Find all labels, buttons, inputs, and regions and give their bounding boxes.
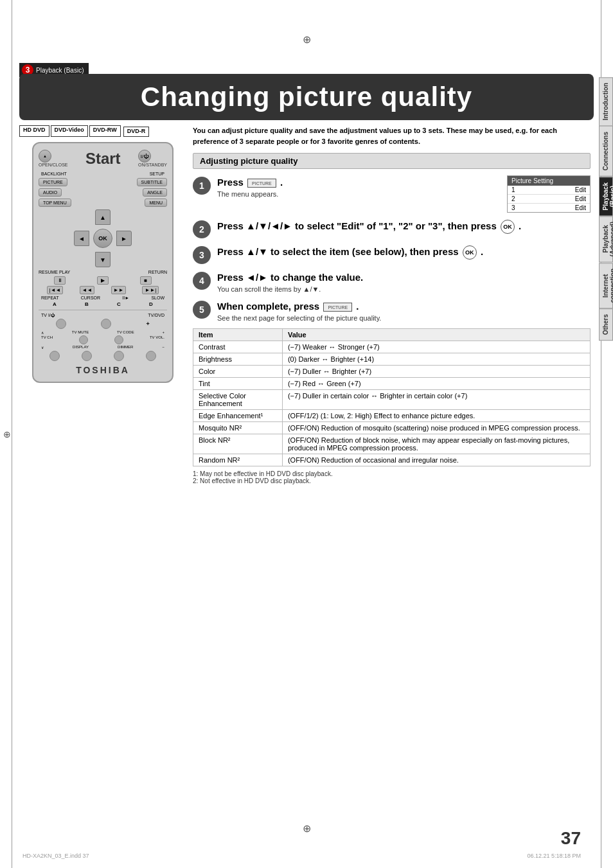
dpad-up[interactable]: ▲ [95,209,111,225]
side-tab-playback-advanced[interactable]: Playback(Advanced) [599,216,613,262]
bottom-date-info: 06.12.21 5:18:18 PM [527,853,581,859]
tv-ch-down-btn[interactable] [49,351,60,361]
side-tab-introduction[interactable]: Introduction [599,77,613,126]
tv-dvd-btn[interactable] [101,319,111,329]
step-4: 4 Press ◄/► to change the value. You can… [193,270,591,293]
left-cross-decoration: ⊕ [3,429,11,439]
side-tab-internet[interactable]: Internetconnection [599,263,613,308]
display-btn[interactable] [82,351,92,361]
subtitle-btn[interactable]: SUBTITLE [137,178,167,186]
remote-control: ▲ OPEN/CLOSE Start I/⏻ ON/STANDBY BACKLI… [32,142,173,383]
brand-label: TOSHIBA [39,365,167,375]
value-mosquito: (OFF/ON) Reduction of mosquito (scatteri… [282,422,590,434]
bottom-cross-decoration: ⊕ [303,822,311,835]
value-contrast: (−7) Weaker ↔ Stronger (+7) [282,341,590,353]
badge-dvd-video: DVD-Video [51,125,88,137]
value-brightness: (0) Darker ↔ Brighter (+14) [282,353,590,366]
popup-edit-2: Edit [575,195,586,202]
setup-label: SETUP [150,172,164,176]
btn-a[interactable]: A [53,301,57,307]
side-tab-others[interactable]: Others [599,308,613,341]
tv-buttons-row1: + [39,319,167,329]
side-tab-playback-basic[interactable]: Playback(Basic) [599,177,613,216]
table-row: Block NR² (OFF/ON) Reduction of block no… [193,434,591,454]
dimmer-btn[interactable] [114,351,124,361]
step-3-number: 3 [193,246,211,264]
menu-row: TOP MENU MENU [39,199,167,207]
remote-divider [39,310,167,310]
step-4-number: 4 [193,272,211,290]
cursor-label: CURSOR [81,296,100,300]
fwd-btn[interactable]: ►► [111,286,127,294]
dpad-left[interactable]: ◄ [74,231,89,246]
abcd-row: A B C D [39,301,167,307]
btn-c[interactable]: C [117,301,121,307]
left-column: HD DVD DVD-Video DVD-RW DVD-R ▲ OPEN/CLO… [19,125,186,383]
top-cross-decoration: ⊕ [303,33,311,46]
table-row: Tint (−7) Red ↔ Green (+7) [193,378,591,390]
ok-btn-3: OK [463,245,477,260]
angle-btn[interactable]: ANGLE [143,188,167,197]
page-border-left [12,0,12,868]
top-menu-btn[interactable]: TOP MENU [39,199,71,207]
table-row: Selective Color Enhancement (−7) Duller … [193,390,591,410]
value-tint: (−7) Red ↔ Green (+7) [282,378,590,390]
ok-btn[interactable]: OK [93,229,112,248]
badge-hddvd: HD DVD [19,125,49,137]
item-brightness: Brightness [193,353,283,366]
step-5-desc: See the next page for selecting of the p… [217,314,591,322]
popup-num-2: 2 [511,195,515,202]
chapter-title: Playback (Basic) [36,67,84,74]
step-5-title: When complete, press PICTURE . [217,299,591,313]
slow-label: SLOW [151,296,164,300]
vol-minus-btn[interactable] [146,351,156,361]
open-close-btn[interactable]: ▲ [39,150,51,163]
item-mosquito: Mosquito NR² [193,422,283,434]
table-row: Color (−7) Duller ↔ Brighter (+7) [193,366,591,378]
item-contrast: Contrast [193,341,283,353]
vol-plus[interactable]: + [147,321,150,327]
rew-btn[interactable]: ◄◄ [80,286,95,294]
backlight-label: BACKLIGHT [41,172,67,176]
audio-btn[interactable]: AUDIO [39,188,62,197]
tv-power-btn[interactable] [56,319,66,329]
btn-d[interactable]: D [149,301,153,307]
backlight-setup-row: BACKLIGHT SETUP [41,172,164,176]
value-edge: (OFF/1/2) (1: Low, 2: High) Effect to en… [282,410,590,422]
picture-button-label-1: PICTURE [247,179,276,188]
tv-mute-btn[interactable] [79,335,88,344]
popup-num-3: 3 [511,204,515,211]
dpad-down[interactable]: ▼ [95,252,111,267]
next-btn[interactable]: ►►| [142,286,159,294]
item-random: Random NR² [193,454,283,466]
item-tint: Tint [193,378,283,390]
pause-btn[interactable]: ⏸ [54,276,66,285]
section-header: Adjusting picture quality [193,153,591,169]
dpad: ▲ ▼ ◄ ► OK [74,209,132,267]
badge-dvd-rw: DVD-RW [89,125,121,137]
tv-buttons-row2 [39,351,167,361]
value-color: (−7) Duller ↔ Brighter (+7) [282,366,590,378]
tv-code-btn[interactable] [114,335,123,344]
step-2-content: Press ▲/▼/◄/► to select "Edit" of "1", "… [217,219,591,235]
menu-btn[interactable]: MENU [145,199,167,207]
standby-btn[interactable]: I/⏻ [138,150,151,163]
btn-b[interactable]: B [85,301,89,307]
step-5: 5 When complete, press PICTURE . See the… [193,299,591,322]
tv-ch-labels: TV CHTV VOL. [41,335,164,344]
table-row: Random NR² (OFF/ON) Reduction of occasio… [193,454,591,466]
table-row: Mosquito NR² (OFF/ON) Reduction of mosqu… [193,422,591,434]
side-tab-connections[interactable]: Connections [599,126,613,177]
prev-btn[interactable]: |◄◄ [47,286,64,294]
stop-btn[interactable]: ■ [140,276,152,285]
dpad-right[interactable]: ► [116,231,132,246]
step-1-content: Picture Setting 1 Edit 2 Edit 3 Edit Pre… [217,175,591,213]
play-btn[interactable]: ▶ [97,276,109,285]
open-close-label: OPEN/CLOSE [39,163,68,167]
picture-btn[interactable]: PICTURE [39,178,67,186]
step-2-number: 2 [193,220,211,238]
step-3: 3 Press ▲/▼ to select the item (see belo… [193,245,591,264]
bottom-file-info: HD-XA2KN_03_E.indd 37 [22,853,89,859]
value-selective-color: (−7) Duller in certain color ↔ Brighter … [282,390,590,410]
ok-btn-2: OK [501,220,515,234]
